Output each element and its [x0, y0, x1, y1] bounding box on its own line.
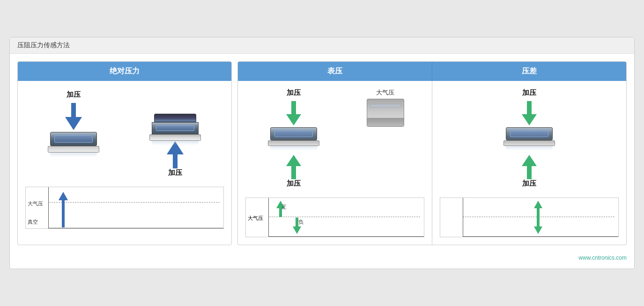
chart-gauge-pos-label: 正	[281, 204, 287, 211]
chart-diff-axis-v	[463, 198, 463, 237]
chart-vacuum-label: 真空	[28, 219, 38, 226]
panel-absolute-pressure-header: 绝对压力	[18, 62, 231, 81]
pressure-label-top-left: 加压	[67, 90, 81, 99]
right-sub-bodies: 加压	[238, 81, 626, 245]
gauge-arrow-up-green	[286, 155, 301, 179]
panel-gauge-pressure-header: 表压	[238, 62, 432, 81]
gauge-pressure-label-bottom: 加压	[287, 179, 301, 188]
chart-diff-arrow-shaft	[537, 208, 540, 226]
panel-absolute-pressure: 绝对压力 加压	[17, 61, 232, 245]
chart-diff	[440, 197, 619, 237]
chart-gauge-axis-h	[268, 236, 424, 237]
watermark: www.cntronics.com	[10, 253, 634, 261]
outer-container: 压阻压力传感方法 绝对压力 加压	[9, 37, 635, 269]
chart-axis-line-h	[48, 228, 223, 228]
gauge-sensor-body-left	[270, 127, 317, 140]
chart-dashed-line	[49, 202, 220, 203]
panel-header-row: 表压 压差	[238, 62, 626, 81]
diff-sensor-reflection	[506, 146, 553, 151]
devices-row: 加压	[25, 90, 224, 181]
chart-gauge-neg-label: 负	[298, 219, 303, 226]
diff-device-col: 加压	[501, 88, 557, 192]
gauge-atmo-label: 大气压	[376, 88, 394, 97]
gauge-pressure-label-top: 加压	[287, 88, 301, 97]
sensor-base-right	[149, 134, 201, 141]
sensor-reflection-right	[152, 141, 199, 146]
sub-body-gauge: 加压	[238, 81, 432, 245]
diff-pressure-label-top: 加压	[522, 88, 536, 97]
gauge-arrow-shaft-up	[291, 166, 296, 179]
diff-sensor-body	[506, 127, 553, 140]
sensor-top-right	[154, 114, 196, 122]
sub-body-diff: 加压	[432, 81, 626, 245]
sensor-body-left	[50, 132, 97, 146]
arrow-head-down-blue	[65, 117, 82, 130]
diff-arrow-head-up	[522, 155, 537, 166]
pressure-label-bottom-right: 加压	[168, 168, 182, 177]
diff-arrow-down-green	[522, 101, 537, 125]
chart-atmo-label: 大气压	[28, 200, 43, 207]
gauge-sensor-reflection-left	[270, 146, 317, 151]
chart-gauge-dashed	[269, 217, 420, 217]
sensor-closed-right	[147, 114, 203, 139]
chart-arrow-shaft	[62, 200, 65, 227]
gauge-atmo-device-base	[367, 118, 404, 126]
chart-diff-axis-h	[463, 236, 618, 237]
diff-devices-row: 加压	[440, 88, 619, 192]
chart-diff-arrows	[534, 201, 542, 234]
diff-arrow-up-green	[522, 155, 537, 179]
chart-gauge-atmo-label: 大气压	[248, 215, 263, 222]
gauge-device-col-right: 大气压	[367, 88, 404, 192]
chart-gauge-axis-v	[268, 198, 269, 237]
gauge-sensor-left	[266, 127, 322, 153]
device-col-left: 加压	[45, 90, 102, 181]
sensor-reflection-left	[50, 153, 97, 157]
gauge-arrow-head-up	[286, 155, 301, 166]
sensor-open-left	[45, 132, 102, 158]
panel-diff-pressure-header: 压差	[432, 62, 626, 81]
arrow-shaft-up-blue	[173, 154, 178, 168]
gauge-arrow-head-down	[286, 114, 301, 125]
sensor-body-right	[152, 122, 199, 134]
page-title: 压阻压力传感方法	[10, 37, 634, 54]
gauge-device-col-left: 加压	[266, 88, 322, 192]
diff-sensor-base	[503, 140, 555, 146]
panel-right: 表压 压差 加压	[237, 61, 627, 245]
arrow-shaft-down-blue	[71, 103, 76, 117]
chart-diff-arrow-head-up	[534, 201, 542, 208]
main-content: 绝对压力 加压	[10, 54, 634, 253]
diff-pressure-label-bottom: 加压	[522, 179, 536, 188]
chart-arrow-head-up	[59, 192, 68, 200]
gauge-atmo-device-window	[370, 104, 401, 108]
gauge-arrow-down-green	[286, 101, 301, 125]
device-col-right: 加压	[147, 90, 203, 181]
sensor-base-left	[48, 146, 99, 153]
diff-arrow-head-down	[522, 114, 537, 125]
diff-arrow-shaft-up	[527, 166, 532, 179]
arrow-down-blue	[65, 103, 82, 130]
panel-absolute-pressure-body: 加压	[18, 81, 231, 236]
chart-arrow-up	[59, 192, 68, 227]
gauge-arrow-shaft-down	[291, 101, 296, 114]
chart-gauge-arrow-head-down	[293, 226, 301, 234]
chart-gauge: 大气压	[245, 197, 424, 237]
diff-arrow-shaft-down	[527, 101, 532, 114]
chart-axis-line-v	[48, 187, 49, 228]
gauge-sensor-base-left	[268, 140, 319, 146]
gauge-atmo-device	[367, 99, 404, 127]
diff-sensor	[501, 127, 557, 153]
chart-diff-arrow-head-down	[534, 226, 542, 234]
gauge-devices-row: 加压	[245, 88, 424, 192]
chart-absolute: 大气压 真空	[25, 187, 224, 229]
